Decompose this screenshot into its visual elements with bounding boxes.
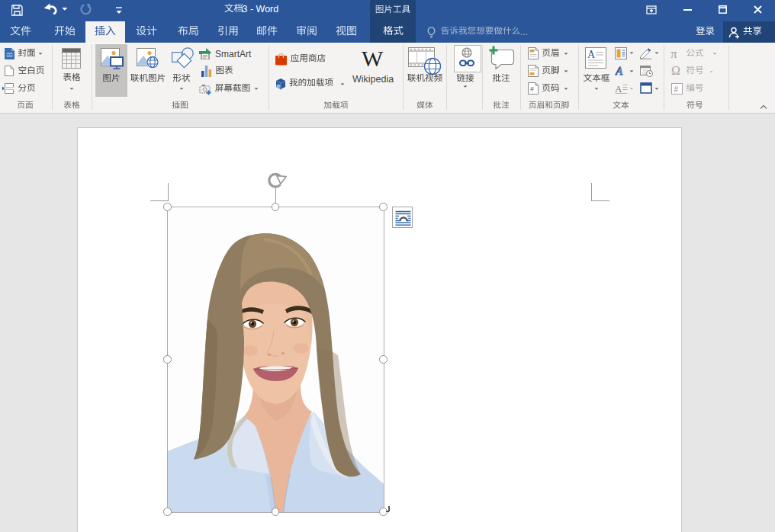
svg-text:#: # [674, 85, 679, 94]
svg-text:A: A [615, 83, 622, 95]
svg-text:#: # [530, 85, 534, 93]
svg-text:A: A [587, 49, 596, 60]
svg-text:A: A [615, 65, 623, 76]
